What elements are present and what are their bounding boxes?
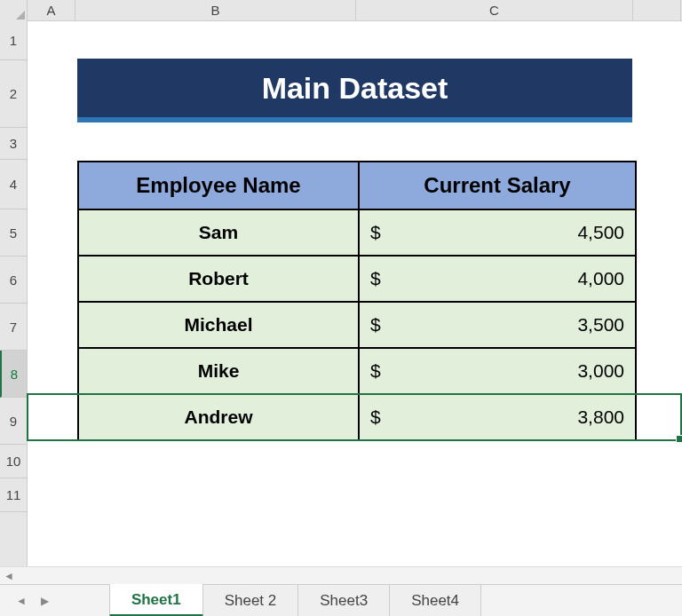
table-row: Mike$3,000: [78, 348, 636, 394]
header-current-salary[interactable]: Current Salary: [359, 162, 636, 209]
currency-symbol: $: [370, 360, 381, 382]
cell-salary[interactable]: $4,000: [359, 256, 636, 302]
row-header-4[interactable]: 4: [0, 160, 27, 209]
row-header-5[interactable]: 5: [0, 209, 27, 257]
header-employee-name[interactable]: Employee Name: [78, 162, 359, 209]
col-header-d[interactable]: [633, 0, 681, 20]
table-row: Michael$3,500: [78, 302, 636, 348]
scroll-left-icon[interactable]: ◄: [4, 570, 14, 582]
column-headers: A B C: [0, 0, 682, 21]
row-header-3[interactable]: 3: [0, 128, 27, 160]
row-header-2[interactable]: 2: [0, 60, 27, 128]
salary-value: 3,500: [577, 314, 624, 336]
cell-employee-name[interactable]: Mike: [78, 348, 359, 394]
cell-employee-name[interactable]: Sam: [78, 209, 359, 256]
select-all-corner[interactable]: [0, 0, 28, 21]
row-header-7[interactable]: 7: [0, 304, 27, 351]
row-header-8[interactable]: 8: [0, 351, 27, 398]
main-data-table: Employee Name Current Salary Sam$4,500Ro…: [77, 161, 637, 441]
cell-employee-name[interactable]: Michael: [78, 302, 359, 348]
sheet-tab-sheet2[interactable]: Sheet 2: [203, 585, 299, 617]
cell-salary[interactable]: $3,800: [359, 394, 636, 440]
table-row: Andrew$3,800: [78, 394, 636, 440]
horizontal-scrollbar[interactable]: ◄: [0, 566, 682, 584]
cell-employee-name[interactable]: Andrew: [78, 394, 359, 440]
currency-symbol: $: [370, 407, 381, 428]
dataset-title: Main Dataset: [77, 59, 632, 122]
sheet-tab-strip: ◄ ▶ Sheet1Sheet 2Sheet3Sheet4: [0, 584, 682, 616]
salary-value: 3,000: [577, 360, 624, 382]
col-header-c[interactable]: C: [356, 0, 633, 20]
cell-salary[interactable]: $3,500: [359, 302, 636, 348]
cell-area[interactable]: Main Dataset Employee Name Current Salar…: [28, 21, 682, 566]
currency-symbol: $: [370, 268, 381, 289]
sheet-tab-sheet3[interactable]: Sheet3: [298, 585, 390, 617]
currency-symbol: $: [370, 314, 381, 336]
col-header-a[interactable]: A: [28, 0, 75, 20]
salary-value: 3,800: [577, 407, 624, 428]
salary-value: 4,000: [577, 268, 624, 289]
currency-symbol: $: [370, 222, 381, 243]
table-row: Robert$4,000: [78, 256, 636, 302]
tab-nav-next-icon[interactable]: ▶: [41, 595, 49, 607]
cell-salary[interactable]: $4,500: [359, 209, 636, 256]
col-header-b[interactable]: B: [75, 0, 356, 20]
cell-salary[interactable]: $3,000: [359, 348, 636, 394]
row-headers: 1234567891011: [0, 21, 28, 566]
row-header-10[interactable]: 10: [0, 445, 27, 478]
table-row: Sam$4,500: [78, 209, 636, 256]
tab-nav-prev-icon[interactable]: ◄: [16, 595, 27, 607]
row-header-1[interactable]: 1: [0, 21, 27, 60]
cell-employee-name[interactable]: Robert: [78, 256, 359, 302]
sheet-tab-sheet1[interactable]: Sheet1: [109, 584, 203, 617]
sheet-tab-sheet4[interactable]: Sheet4: [390, 585, 481, 617]
row-header-11[interactable]: 11: [0, 478, 27, 512]
table-header-row: Employee Name Current Salary: [78, 162, 636, 209]
row-header-9[interactable]: 9: [0, 398, 27, 445]
row-header-6[interactable]: 6: [0, 257, 27, 304]
salary-value: 4,500: [577, 222, 624, 243]
